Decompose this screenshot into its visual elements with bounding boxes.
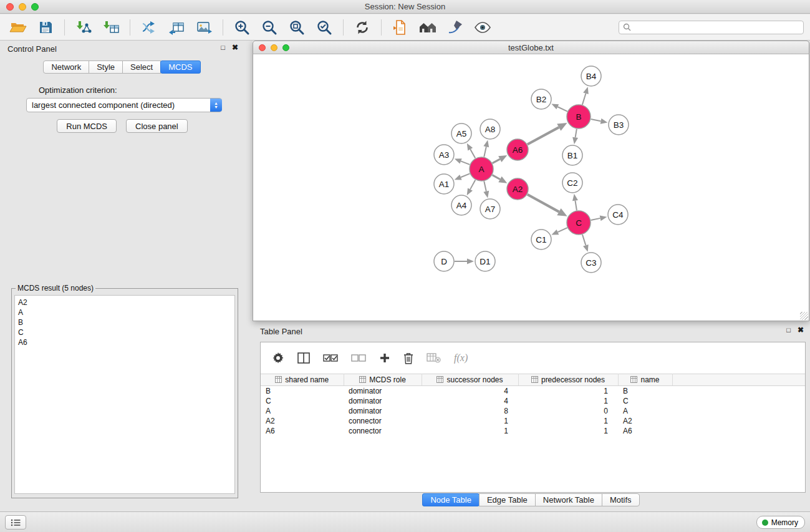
table-cell[interactable]: 0 xyxy=(518,406,618,416)
close-panel-icon[interactable]: ✖ xyxy=(232,44,238,51)
network-edge-C-C4[interactable] xyxy=(591,218,600,220)
table-row[interactable]: Cdominator41C xyxy=(261,396,805,406)
network-edge-A6-B[interactable] xyxy=(528,127,559,144)
tab-select[interactable]: Select xyxy=(122,60,161,74)
network-edge-A-A5[interactable] xyxy=(470,149,475,158)
column-header-successor-nodes[interactable]: successor nodes xyxy=(422,374,518,386)
table-cell[interactable]: B xyxy=(618,386,672,396)
column-header-shared-name[interactable]: shared name xyxy=(261,374,344,386)
network-window-titlebar[interactable]: testGlobe.txt xyxy=(253,41,809,54)
export-image-icon[interactable] xyxy=(192,17,216,37)
tab-mcds[interactable]: MCDS xyxy=(160,60,200,74)
eye-icon[interactable] xyxy=(471,17,494,37)
mcds-result-item[interactable]: A xyxy=(18,307,231,317)
network-edge-A-A4[interactable] xyxy=(470,180,475,190)
memory-button[interactable]: Memory xyxy=(756,516,805,529)
table-cell[interactable]: connector xyxy=(344,416,422,426)
network-edge-B-B3[interactable] xyxy=(591,119,601,121)
table-row[interactable]: A6connector11A6 xyxy=(261,426,805,436)
tab-style[interactable]: Style xyxy=(89,60,123,74)
close-panel-button[interactable]: Close panel xyxy=(126,119,188,133)
table-cell[interactable]: dominator xyxy=(344,406,422,416)
network-edge-C-C1[interactable] xyxy=(557,228,567,232)
delete-table-icon[interactable] xyxy=(427,353,441,363)
run-mcds-button[interactable]: Run MCDS xyxy=(57,119,117,133)
table-cell[interactable]: A xyxy=(618,406,672,416)
table-cell[interactable]: A2 xyxy=(261,416,344,426)
function-builder-icon[interactable]: f(x) xyxy=(454,352,468,364)
mcds-result-list[interactable]: A2ABCA6 xyxy=(14,295,235,494)
open-document-icon[interactable] xyxy=(388,17,412,37)
table-cell[interactable]: 4 xyxy=(422,396,518,406)
table-row[interactable]: A2connector11A2 xyxy=(261,416,805,426)
table-cell[interactable]: dominator xyxy=(344,386,422,396)
table-cell[interactable]: 4 xyxy=(422,386,518,396)
network-node-A3[interactable]: A3 xyxy=(434,145,454,165)
first-neighbors-icon[interactable] xyxy=(416,17,440,37)
mcds-result-item[interactable]: A2 xyxy=(18,297,231,307)
table-cell[interactable]: A2 xyxy=(618,416,672,426)
zoom-out-icon[interactable] xyxy=(258,17,281,37)
network-edge-A-A2[interactable] xyxy=(493,175,500,180)
network-edge-A-A8[interactable] xyxy=(484,147,486,157)
float-table-panel-icon[interactable]: □ xyxy=(786,326,791,334)
network-node-C1[interactable]: C1 xyxy=(531,230,551,249)
float-panel-icon[interactable]: □ xyxy=(221,44,225,51)
column-header-predecessor-nodes[interactable]: predecessor nodes xyxy=(518,374,618,386)
network-edge-A-A7[interactable] xyxy=(484,181,486,191)
table-cell[interactable]: 1 xyxy=(422,426,518,436)
annotation-pen-icon[interactable] xyxy=(443,17,467,37)
network-node-A7[interactable]: A7 xyxy=(480,199,500,219)
table-cell[interactable]: C xyxy=(618,396,672,406)
table-cell[interactable]: A6 xyxy=(261,426,344,436)
network-node-D1[interactable]: D1 xyxy=(475,251,495,271)
network-node-A5[interactable]: A5 xyxy=(451,123,471,143)
column-header-name[interactable]: name xyxy=(618,374,672,386)
tab-edge-table[interactable]: Edge Table xyxy=(479,493,536,506)
table-cell[interactable]: connector xyxy=(344,426,422,436)
table-cell[interactable]: 1 xyxy=(422,416,518,426)
network-edge-A-A6[interactable] xyxy=(493,159,500,163)
search-input[interactable] xyxy=(634,23,799,32)
network-node-A1[interactable]: A1 xyxy=(434,174,454,194)
table-cell[interactable]: C xyxy=(261,396,344,406)
new-table-icon[interactable] xyxy=(165,17,188,37)
gear-icon[interactable] xyxy=(272,352,284,364)
table-cell[interactable]: A6 xyxy=(618,426,672,436)
zoom-fit-icon[interactable] xyxy=(285,17,309,37)
optimization-select[interactable]: largest connected component (directed) ▲… xyxy=(26,98,222,112)
tab-network-table[interactable]: Network Table xyxy=(535,493,602,506)
network-node-B2[interactable]: B2 xyxy=(531,89,551,109)
table-cell[interactable]: 1 xyxy=(518,396,618,406)
network-node-D[interactable]: D xyxy=(434,251,454,271)
network-edge-A-A3[interactable] xyxy=(461,161,470,164)
network-node-C3[interactable]: C3 xyxy=(581,253,601,273)
refresh-layout-icon[interactable] xyxy=(350,17,374,37)
network-edge-C-C3[interactable] xyxy=(582,235,586,245)
network-node-B1[interactable]: B1 xyxy=(562,145,582,165)
network-node-A4[interactable]: A4 xyxy=(451,195,471,215)
import-table-icon[interactable] xyxy=(99,17,123,37)
network-canvas[interactable]: AA6A2BCA5A8A3A1A4A7B2B4B3B1C2C4C1C3DD1 xyxy=(253,54,809,321)
table-cell[interactable]: B xyxy=(261,386,344,396)
network-node-B3[interactable]: B3 xyxy=(609,115,629,135)
columns-icon[interactable] xyxy=(297,352,310,364)
resize-grip[interactable] xyxy=(800,312,808,320)
import-network-icon[interactable] xyxy=(72,17,95,37)
network-edge-A2-C[interactable] xyxy=(528,195,559,212)
network-node-B4[interactable]: B4 xyxy=(581,66,601,86)
mcds-result-item[interactable]: B xyxy=(18,317,231,327)
select-all-icon[interactable] xyxy=(323,354,338,362)
close-table-panel-icon[interactable]: ✖ xyxy=(798,326,804,334)
add-column-icon[interactable] xyxy=(379,352,390,364)
table-cell[interactable]: 8 xyxy=(422,406,518,416)
network-edge-C-C2[interactable] xyxy=(575,201,576,211)
network-node-B[interactable]: B xyxy=(567,105,591,128)
network-node-A8[interactable]: A8 xyxy=(480,119,500,139)
mcds-result-item[interactable]: A6 xyxy=(18,337,231,347)
save-icon[interactable] xyxy=(34,17,57,37)
network-edge-A-A1[interactable] xyxy=(461,173,470,177)
new-network-icon[interactable] xyxy=(137,17,161,37)
column-header-MCDS-role[interactable]: MCDS role xyxy=(344,374,422,386)
network-node-A6[interactable]: A6 xyxy=(507,139,528,160)
